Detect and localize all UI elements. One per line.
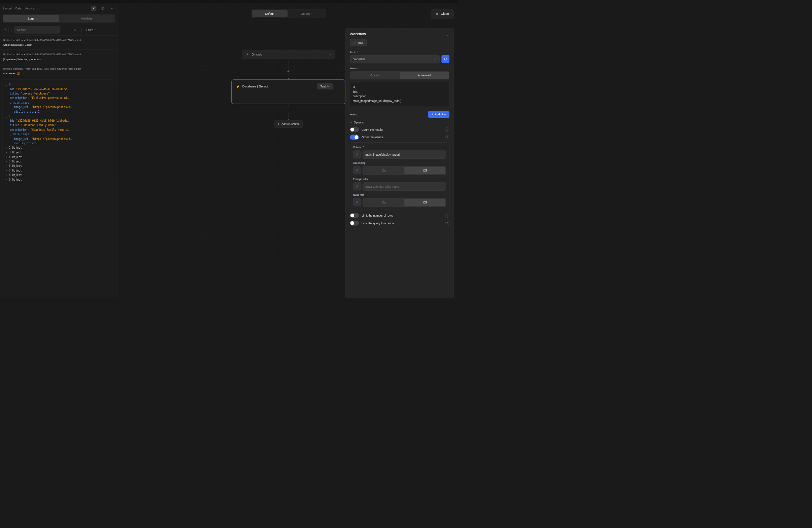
binding-button[interactable] bbox=[353, 150, 361, 159]
bug-icon[interactable] bbox=[91, 6, 97, 11]
action-title: Database | Select bbox=[242, 85, 268, 88]
chevron-right-icon[interactable]: › bbox=[5, 146, 9, 150]
binding-button[interactable] bbox=[353, 198, 361, 206]
close-button[interactable]: Close bbox=[431, 9, 454, 18]
tab-data[interactable]: Data bbox=[15, 7, 21, 10]
svg-point-0 bbox=[93, 8, 94, 9]
left-panel: Layout Data Actions Logs Variables bbox=[0, 4, 118, 298]
tab-logs[interactable]: Logs bbox=[3, 15, 59, 22]
log-entry[interactable]: Untitled workflow • f9ef41c3-1c53-4857-8… bbox=[0, 64, 118, 78]
limit-range-switch[interactable] bbox=[350, 221, 359, 226]
nulls-off[interactable]: Off bbox=[404, 199, 445, 206]
column-label: Column * bbox=[353, 146, 446, 149]
order-results-switch[interactable] bbox=[350, 135, 359, 140]
logs-variables-segment: Logs Variables bbox=[3, 14, 115, 22]
plus-icon: + bbox=[432, 113, 433, 116]
chevron-down-icon bbox=[94, 29, 96, 31]
play-icon bbox=[353, 41, 356, 44]
foreign-table-input[interactable] bbox=[363, 182, 446, 190]
chevron-right-icon[interactable]: › bbox=[5, 164, 9, 168]
clear-icon[interactable] bbox=[3, 27, 9, 33]
collapse-icon[interactable] bbox=[110, 6, 115, 11]
nulls-on[interactable]: On bbox=[363, 199, 404, 206]
test-workflow-button[interactable]: Test bbox=[350, 39, 367, 46]
chevron-down-icon[interactable]: ⌄ bbox=[5, 114, 9, 118]
tab-variables[interactable]: Variables bbox=[59, 15, 114, 22]
count-results-label: Count the results bbox=[362, 128, 443, 132]
order-options-panel: Column * Ascending On Off bbox=[350, 142, 449, 210]
chevron-right-icon[interactable]: › bbox=[5, 173, 9, 177]
limit-rows-switch[interactable] bbox=[350, 213, 359, 218]
filter-dropdown[interactable]: Filter bbox=[85, 27, 98, 32]
help-icon[interactable]: ? bbox=[445, 213, 449, 217]
log-entry[interactable]: Untitled workflow • f9ef41c3-1c53-4857-8… bbox=[0, 49, 118, 63]
ascending-off[interactable]: Off bbox=[404, 167, 445, 174]
log-list: Untitled workflow • f9ef41c3-1c53-4857-8… bbox=[0, 35, 118, 298]
foreign-label: Foreign table bbox=[353, 178, 446, 181]
add-filter-button[interactable]: + Add filter bbox=[428, 111, 449, 118]
filters-label: Filters bbox=[350, 113, 357, 116]
chevron-down-icon bbox=[350, 121, 352, 123]
svg-line-6 bbox=[76, 30, 76, 31]
chevron-down-icon[interactable] bbox=[329, 53, 332, 56]
chevron-down-icon[interactable]: ⌄ bbox=[5, 82, 9, 87]
tab-guided[interactable]: Guided bbox=[350, 72, 400, 79]
log-entry[interactable]: Untitled workflow • f9ef41c3-1c53-4857-8… bbox=[0, 35, 118, 49]
column-input[interactable] bbox=[363, 150, 446, 159]
test-action-button[interactable]: Test bbox=[317, 83, 333, 89]
options-toggle[interactable]: Options bbox=[350, 121, 449, 124]
count-results-switch[interactable] bbox=[350, 127, 359, 132]
tab-advanced[interactable]: Advanced bbox=[400, 72, 449, 79]
chevron-down-icon[interactable]: ⌄ bbox=[10, 101, 13, 105]
svg-rect-1 bbox=[102, 7, 104, 10]
log-entry-sub: Action Database | Select bbox=[3, 43, 115, 47]
ascending-segment: On Off bbox=[363, 166, 446, 175]
table-label: Table * bbox=[350, 50, 449, 54]
binding-button[interactable] bbox=[353, 166, 361, 174]
more-icon[interactable]: ⋮ bbox=[446, 32, 449, 36]
refresh-button[interactable] bbox=[441, 55, 449, 63]
chevron-right-icon[interactable]: › bbox=[5, 168, 9, 173]
log-entry-title: Untitled workflow • f9ef41c3-1c53-4857-8… bbox=[3, 66, 115, 71]
binding-button[interactable] bbox=[353, 182, 361, 190]
log-entry-title: Untitled workflow • f9ef41c3-1c53-4857-8… bbox=[3, 38, 115, 42]
help-icon[interactable]: ? bbox=[445, 221, 449, 225]
chevron-down-icon bbox=[434, 58, 437, 60]
ascending-on[interactable]: On bbox=[363, 167, 404, 174]
chevron-right-icon[interactable]: › bbox=[5, 150, 9, 155]
plus-icon: + bbox=[278, 122, 279, 126]
json-result: ⌄0 id: "193a8cc5-1262-42da-b37a-b45005a…… bbox=[3, 80, 115, 185]
bolt-icon: ⚡ bbox=[236, 85, 240, 88]
canvas-mode-segment: Default On error bbox=[251, 9, 325, 18]
search-input[interactable] bbox=[14, 26, 60, 33]
action-node[interactable]: ⚡ Database | Select Test ⋮ bbox=[231, 79, 345, 104]
tab-layout[interactable]: Layout bbox=[3, 7, 12, 10]
svg-line-4 bbox=[5, 29, 6, 31]
trigger-node[interactable]: ✦ On click bbox=[242, 50, 335, 59]
svg-marker-10 bbox=[354, 42, 355, 44]
trigger-label: On click bbox=[251, 53, 262, 56]
plus-icon[interactable]: + bbox=[287, 69, 290, 74]
table-select[interactable]: properties bbox=[350, 55, 440, 63]
filter-label: Filter bbox=[87, 28, 93, 32]
svg-point-14 bbox=[357, 170, 358, 171]
chevron-right-icon[interactable]: › bbox=[5, 155, 9, 159]
fields-textarea[interactable] bbox=[350, 82, 449, 107]
tab-actions[interactable]: Actions bbox=[25, 7, 35, 10]
nulls-label: Nulls first bbox=[353, 193, 446, 196]
more-icon[interactable]: ⋮ bbox=[337, 85, 341, 88]
panel-icon[interactable] bbox=[100, 6, 106, 11]
add-action-button[interactable]: + Add an action bbox=[274, 120, 303, 128]
help-icon[interactable]: ? bbox=[445, 127, 449, 132]
help-icon[interactable]: ? bbox=[445, 135, 449, 139]
chevron-down-icon[interactable]: ⌄ bbox=[10, 132, 13, 137]
workflow-canvas[interactable]: Default On error ✦ On click + ▼ ⚡ Databa… bbox=[118, 4, 459, 298]
sparkle-icon: ✦ bbox=[246, 53, 249, 56]
tab-onerror[interactable]: On error bbox=[288, 10, 325, 17]
svg-point-12 bbox=[357, 155, 358, 155]
svg-point-18 bbox=[357, 202, 358, 203]
chevron-right-icon[interactable]: › bbox=[5, 160, 9, 164]
tab-default[interactable]: Default bbox=[252, 10, 288, 17]
chevron-right-icon[interactable]: › bbox=[5, 178, 9, 182]
limit-range-label: Limit the query to a range bbox=[362, 222, 443, 225]
